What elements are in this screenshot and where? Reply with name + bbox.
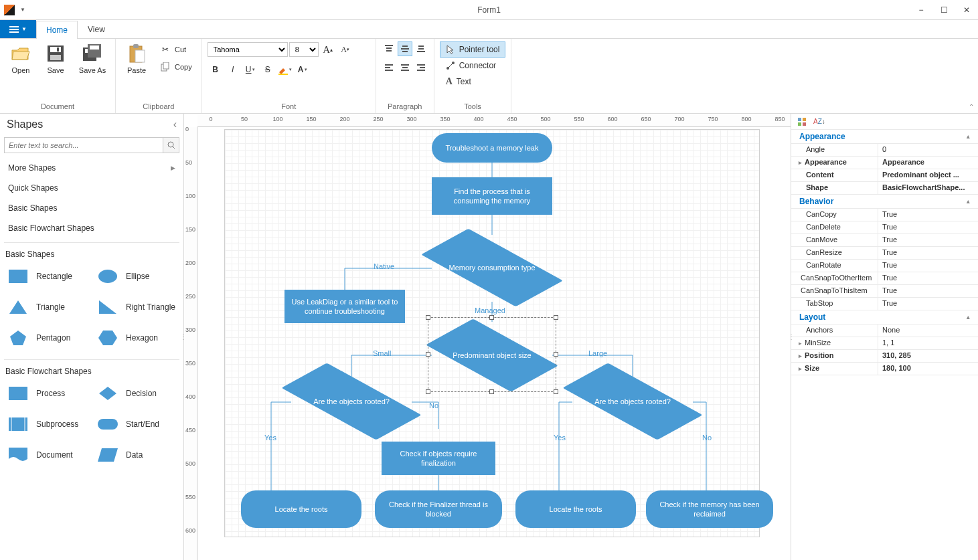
prop-content[interactable]: ContentPredominant object ... [791,169,978,182]
node-check-finalize[interactable]: Check if objects require finalization [382,442,495,475]
ribbon-group-paragraph: Paragraph [376,39,434,113]
shape-process[interactable]: Process [3,379,91,408]
nav-more-shapes[interactable]: More Shapes▶ [0,158,183,178]
prop-shape[interactable]: ShapeBasicFlowchartShape... [791,182,978,195]
shape-data[interactable]: Data [92,440,181,470]
cut-button[interactable]: ✂ Cut [156,41,196,58]
prop-canresize[interactable]: CanResizeTrue [791,247,978,260]
svg-rect-20 [402,45,408,47]
shape-startend[interactable]: Start/End [92,409,181,439]
valign-middle-button[interactable] [398,41,412,56]
shape-right-triangle[interactable]: Right Triangle [92,292,181,322]
prop-angle[interactable]: Angle0 [791,144,978,157]
italic-button[interactable]: I [225,62,241,78]
shape-triangle[interactable]: Triangle [3,292,91,322]
shape-subprocess[interactable]: Subprocess [3,409,91,439]
prop-canrotate[interactable]: CanRotateTrue [791,260,978,272]
prop-position[interactable]: ▸Position310, 285 [791,350,978,363]
quick-access-dropdown[interactable]: ▼ [20,7,25,13]
node-locate-roots-1[interactable]: Locate the roots [241,490,361,528]
paste-button[interactable]: Paste [121,41,152,91]
prop-cansnapother[interactable]: CanSnapToOtherItemTrue [791,272,978,285]
prop-alphabetical-button[interactable]: AZ↓ [813,115,826,128]
svg-marker-44 [10,331,26,345]
shape-document[interactable]: Document [3,440,91,470]
app-icon [4,5,15,15]
pointer-tool-button[interactable]: Pointer tool [440,41,506,58]
copy-button[interactable]: Copy [156,59,196,75]
font-color-button[interactable]: A▾ [295,62,311,78]
prop-size[interactable]: ▸Size180, 100 [791,363,978,375]
nav-basic-shapes[interactable]: Basic Shapes [0,198,183,218]
node-finalizer-blocked[interactable]: Check if the Finalizer thread is blocked [375,490,502,528]
prop-cat-layout[interactable]: Layout▴ [791,310,978,324]
label-native: Native [374,262,394,270]
ruler-vertical: 050100150200250300350400450500550600 [184,127,197,560]
highlight-color-button[interactable]: ▾ [277,62,293,78]
node-rooted-right[interactable]: Are the objects rooted? [566,369,700,434]
node-locate-roots-2[interactable]: Locate the roots [515,490,636,528]
node-find-process[interactable]: Find the process that is consuming the m… [432,177,552,215]
increase-font-button[interactable]: A▴ [320,41,336,58]
prop-categorized-button[interactable] [795,115,809,128]
nav-quick-shapes[interactable]: Quick Shapes [0,178,183,198]
search-button[interactable] [163,137,179,153]
maximize-button[interactable]: ☐ [932,1,955,19]
tab-view[interactable]: View [78,20,115,38]
property-splitter[interactable]: ⋮ [789,325,794,349]
collapse-shapes-button[interactable]: ‹ [173,118,177,130]
prop-anchors[interactable]: AnchorsNone [791,324,978,337]
svg-point-38 [168,142,173,147]
save-label: Save [47,66,64,74]
halign-right-button[interactable] [414,60,428,75]
prop-candelete[interactable]: CanDeleteTrue [791,221,978,234]
prop-canmove[interactable]: CanMoveTrue [791,234,978,247]
node-memory-type[interactable]: Memory consumption type [425,234,559,301]
prop-cansnapthis[interactable]: CanSnapToThisItemTrue [791,285,978,298]
font-size-select[interactable]: 8 [289,42,319,57]
underline-button[interactable]: U▾ [242,62,258,78]
shapes-search-input[interactable] [4,137,163,153]
canvas-area: 0501001502002503003504004505005506006507… [184,114,791,560]
text-tool-button[interactable]: A Text [440,74,477,90]
font-family-select[interactable]: Tahoma [208,42,288,57]
window-title: Form1 [477,5,501,15]
decrease-font-button[interactable]: A▾ [337,41,353,58]
prop-cancopy[interactable]: CanCopyTrue [791,209,978,221]
tab-home[interactable]: Home [36,21,78,39]
halign-left-button[interactable] [382,60,396,75]
prop-cat-appearance[interactable]: Appearance▴ [791,130,978,144]
open-button[interactable]: Open [5,41,36,91]
shape-rectangle[interactable]: Rectangle [3,262,91,291]
node-predominant-size[interactable]: Predominant object size [432,322,552,389]
node-rooted-left[interactable]: Are the objects rooted? [284,369,418,434]
strikethrough-button[interactable]: S [260,62,276,78]
shape-pentagon[interactable]: Pentagon [3,323,91,353]
nav-flowchart-shapes[interactable]: Basic Flowchart Shapes [0,218,183,238]
close-button[interactable]: ✕ [955,1,978,19]
prop-tabstop[interactable]: TabStopTrue [791,298,978,310]
diagram-canvas[interactable]: Troubleshoot a memory leak Find the proc… [197,127,791,560]
halign-center-button[interactable] [398,60,412,75]
shape-ellipse[interactable]: Ellipse [92,262,181,291]
saveas-button[interactable]: Save As [75,41,110,91]
valign-bottom-button[interactable] [414,41,428,56]
node-start[interactable]: Troubleshoot a memory leak [432,133,552,163]
node-memory-reclaimed[interactable]: Check if the memory has been reclaimed [646,490,773,528]
node-leakdiag[interactable]: Use LeakDiag or a similar tool to contin… [284,290,405,323]
svg-rect-5 [50,55,61,60]
prop-cat-behavior[interactable]: Behavior▴ [791,195,978,209]
connector-tool-button[interactable]: Connector [440,58,502,74]
prop-appearance[interactable]: ▸AppearanceAppearance [791,157,978,169]
categorized-icon [797,117,807,126]
shape-hexagon[interactable]: Hexagon [92,323,181,353]
prop-minsize[interactable]: ▸MinSize1, 1 [791,337,978,350]
bold-button[interactable]: B [208,62,224,78]
collapse-ribbon-button[interactable]: ⌃ [969,103,974,110]
valign-top-button[interactable] [382,41,396,56]
label-managed: Managed [475,306,505,314]
save-button[interactable]: Save [40,41,71,91]
minimize-button[interactable]: − [910,1,932,19]
shape-decision[interactable]: Decision [92,379,181,408]
file-menu-button[interactable]: ▼ [0,20,36,38]
